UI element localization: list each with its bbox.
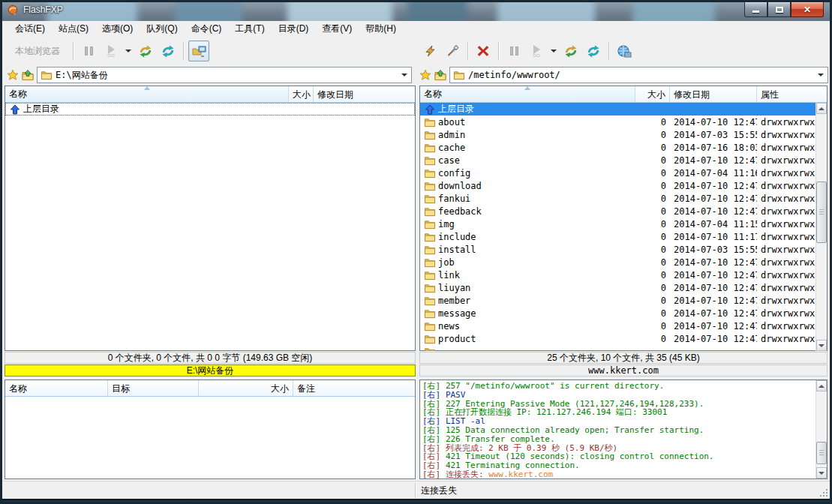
file-name: news (438, 321, 460, 332)
folder-icon (424, 257, 436, 268)
remote-file-row[interactable]: case 0 2014-07-10 12:47 drwxrwxrwx (420, 154, 817, 166)
remote-file-row[interactable]: install 0 2014-07-03 15:55 drwxrwxrwx (420, 243, 817, 256)
queue-pause-button[interactable] (78, 40, 99, 62)
file-date: 2014-07-10 12:47 (670, 257, 757, 268)
scroll-up-icon[interactable] (816, 380, 827, 392)
combo-dropdown-icon[interactable] (815, 74, 826, 76)
scrollbar-thumb[interactable] (816, 442, 827, 464)
folder-sync-toggle[interactable] (188, 40, 209, 62)
remote-file-row[interactable]: about 0 2014-07-10 12:47 drwxrwxrwx (420, 116, 817, 128)
remote-file-row[interactable]: message 0 2014-07-10 12:47 drwxrwxrwx (420, 307, 817, 320)
menu-help[interactable]: 帮助(H) (359, 20, 403, 38)
title-bar[interactable]: FlashFXP ✕ (2, 2, 830, 21)
file-name: cache (438, 142, 465, 153)
remote-col-attr[interactable]: 属性 (757, 86, 827, 102)
remote-col-date[interactable]: 修改日期 (670, 86, 757, 102)
remote-path-combobox[interactable]: /metinfo/wwwroot/ (449, 67, 828, 83)
remote-file-row[interactable]: cache 0 2014-07-16 18:03 drwxrwxrwx (420, 141, 817, 154)
scrollbar-thumb[interactable] (816, 182, 827, 243)
remote-file-row[interactable]: include 0 2014-07-10 11:17 drwxrwxrwx (420, 230, 817, 243)
remote-file-row[interactable]: download 0 2014-07-10 12:47 drwxrwxrwx (420, 179, 817, 192)
remote-file-row[interactable]: feedback 0 2014-07-10 12:47 drwxrwxrwx (420, 205, 817, 218)
close-button[interactable]: ✕ (791, 2, 824, 17)
remote-file-row[interactable]: news 0 2014-07-10 12:47 drwxrwxrwx (420, 320, 817, 332)
file-attr: drwxrwxrwx (757, 296, 817, 306)
pause-icon (510, 46, 518, 56)
remote-col-name[interactable]: 名称 (420, 86, 635, 102)
menu-directory[interactable]: 目录(D) (272, 20, 316, 38)
local-col-name[interactable]: 名称 (5, 86, 289, 102)
file-date: 2014-07-16 18:03 (670, 142, 757, 153)
log-pane: [右] 257 "/metinfo/wwwroot" is current di… (419, 380, 827, 479)
local-browser-button[interactable]: 本地浏览器 (7, 40, 68, 62)
transfer-button-remote[interactable] (560, 40, 581, 62)
folder-up-icon[interactable] (22, 69, 34, 81)
log-scrollbar[interactable] (815, 380, 827, 478)
remote-rows: about 0 2014-07-10 12:47 drwxrwxrwx admi… (420, 116, 817, 345)
reconnect-button[interactable] (442, 40, 463, 62)
remote-file-row[interactable]: liuyan 0 2014-07-10 12:47 drwxrwxrwx (420, 281, 817, 294)
toolbar-separator (183, 42, 184, 60)
go-dropdown-icon[interactable] (551, 50, 557, 52)
remote-file-row[interactable]: img 0 2014-07-04 11:15 drwxrwxrwx (420, 218, 817, 230)
local-path-combobox[interactable]: E:\网站备份 (37, 67, 412, 83)
folder-icon (424, 219, 436, 230)
menu-sites[interactable]: 站点(S) (52, 20, 95, 38)
queue-col-size[interactable]: 大小 (199, 380, 293, 396)
queue-col-target[interactable]: 目标 (108, 380, 199, 396)
menu-view[interactable]: 查看(V) (315, 20, 359, 38)
local-col-date[interactable]: 修改日期 (314, 86, 415, 102)
queue-col-note[interactable]: 备注 (293, 380, 415, 396)
remote-file-row[interactable]: config 0 2014-07-04 11:16 drwxrwxrwx (420, 166, 817, 179)
local-parent-dir-row[interactable]: 上层目录 (5, 103, 415, 116)
log-text: 连接丢失: (446, 470, 488, 479)
file-size: 0 (635, 117, 670, 128)
disconnect-button[interactable] (473, 40, 494, 62)
transfer-button[interactable] (135, 40, 156, 62)
refresh-local-button[interactable] (158, 40, 179, 62)
remote-file-row[interactable]: admin 0 2014-07-03 15:55 drwxrwxrwx (420, 128, 817, 141)
menu-commands[interactable]: 命令(C) (185, 20, 229, 38)
combo-dropdown-icon[interactable] (399, 74, 410, 76)
remote-file-row[interactable]: fankui 0 2014-07-10 12:47 drwxrwxrwx (420, 192, 817, 205)
menu-session[interactable]: 会话(E) (8, 20, 52, 38)
menu-tools[interactable]: 工具(T) (228, 20, 271, 38)
file-name: config (438, 168, 470, 178)
remote-file-row[interactable]: job 0 2014-07-10 12:47 drwxrwxrwx (420, 256, 817, 268)
minimize-button[interactable] (744, 2, 767, 17)
scroll-down-icon[interactable] (816, 467, 827, 478)
favorites-star-icon[interactable] (419, 69, 431, 81)
site-manager-button[interactable] (614, 40, 635, 62)
local-file-pane: 名称 大小 修改日期 上层目录 (5, 86, 416, 351)
queue-col-name[interactable]: 名称 (5, 380, 108, 396)
favorites-star-icon[interactable] (7, 69, 19, 81)
local-list-header: 名称 大小 修改日期 (5, 86, 415, 103)
folder-up-icon[interactable] (434, 69, 446, 81)
remote-file-row[interactable]: member 0 2014-07-10 12:47 drwxrwxrwx (420, 294, 817, 307)
remote-parent-dir-row[interactable]: 上层目录 (420, 103, 817, 116)
resize-grip-icon[interactable] (819, 488, 828, 497)
queue-pause-button-remote[interactable] (503, 40, 524, 62)
queue-go-button-remote[interactable]: GO (526, 40, 547, 62)
folder-icon (424, 346, 436, 352)
menu-queue[interactable]: 队列(Q) (140, 20, 184, 38)
remote-file-row[interactable]: product 0 2014-07-10 12:47 drwxrwxrwx (420, 332, 817, 345)
queue-go-button[interactable]: GO (101, 40, 122, 62)
quick-connect-button[interactable] (419, 40, 440, 62)
maximize-button[interactable] (767, 2, 791, 17)
remote-file-row[interactable]: link 0 2014-07-10 12:47 drwxrwxrwx (420, 268, 817, 281)
local-col-size[interactable]: 大小 (289, 86, 314, 102)
remote-file-row-partial[interactable] (420, 345, 817, 351)
remote-path-value[interactable]: /metinfo/wwwroot/ (468, 70, 812, 80)
menu-options[interactable]: 选项(O) (95, 20, 140, 38)
folder-icon (424, 168, 436, 178)
transfer-icon (138, 44, 153, 58)
remote-col-size[interactable]: 大小 (635, 86, 670, 102)
scroll-down-icon[interactable] (816, 340, 827, 351)
log-link[interactable]: www.kkert.com (488, 470, 553, 479)
refresh-remote-button[interactable] (583, 40, 604, 62)
local-path-value[interactable]: E:\网站备份 (56, 69, 396, 82)
remote-scrollbar[interactable] (815, 103, 827, 351)
go-dropdown-icon[interactable] (125, 50, 131, 52)
scroll-up-icon[interactable] (816, 103, 827, 114)
